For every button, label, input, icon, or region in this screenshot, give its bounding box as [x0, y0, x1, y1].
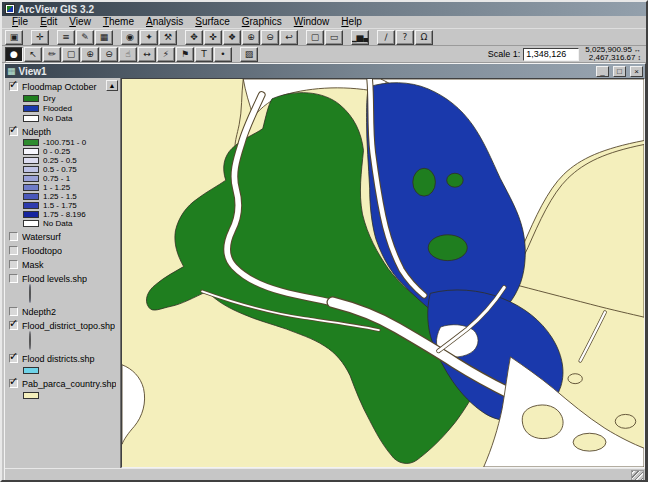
theme-name[interactable]: Floodtopo: [22, 246, 62, 256]
flood-map: [122, 79, 644, 467]
theme-name[interactable]: Flood_district_topo.shp: [22, 321, 115, 331]
dry-island: [447, 173, 463, 187]
legend-swatch: [23, 184, 39, 191]
add-theme-button[interactable]: ✛: [31, 30, 49, 45]
theme-checkbox[interactable]: [9, 246, 18, 255]
theme-checkbox[interactable]: ✓: [9, 321, 18, 330]
theme-ndepth2[interactable]: Ndepth2: [9, 306, 118, 317]
menubar: File Edit View Theme Analysis Surface Gr…: [2, 16, 646, 29]
menu-analysis[interactable]: Analysis: [140, 16, 189, 28]
app-title: ArcView GIS 3.2: [18, 4, 94, 15]
minimize-button[interactable]: _: [596, 66, 609, 77]
checkmark-icon: ✓: [9, 317, 18, 330]
clear-selection-button[interactable]: ▭: [325, 30, 343, 45]
save-project-button[interactable]: ▣: [5, 30, 23, 45]
theme-checkbox[interactable]: ✓: [9, 127, 18, 136]
theme-properties-button[interactable]: ≡: [57, 30, 75, 45]
toc-scroll-up-button[interactable]: ▲: [106, 80, 118, 91]
locate-address-button[interactable]: ✦: [140, 30, 158, 45]
theme-name[interactable]: Watersurf: [22, 232, 61, 242]
legend-swatch: [23, 220, 39, 227]
theme-checkbox[interactable]: [9, 260, 18, 269]
legend-label: No Data: [43, 219, 72, 228]
theme-floodtopo[interactable]: Floodtopo: [9, 245, 118, 256]
checkmark-icon: ✓: [9, 375, 18, 388]
theme-name[interactable]: Flood levels.shp: [22, 274, 87, 284]
theme-name[interactable]: Ndepth2: [22, 307, 56, 317]
menu-edit[interactable]: Edit: [34, 16, 63, 28]
vertex-edit-tool-button[interactable]: ✏: [43, 47, 61, 62]
zoom-previous-button[interactable]: ↩: [280, 30, 298, 45]
theme-floodmap-october[interactable]: ✓ Floodmap October Dry Flooded No Data: [9, 81, 118, 123]
label-tool-button[interactable]: ⚑: [176, 47, 194, 62]
checkmark-icon: ✓: [9, 78, 18, 91]
theme-checkbox[interactable]: [9, 307, 18, 316]
theme-checkbox[interactable]: ✓: [9, 354, 18, 363]
identify-tool-button[interactable]: ●: [5, 47, 23, 62]
theme-watersurf[interactable]: Watersurf: [9, 231, 118, 242]
legend-swatch: [23, 202, 39, 209]
view-titlebar[interactable]: ▦ View1 _ □ ×: [5, 64, 645, 78]
theme-name[interactable]: Floodmap October: [22, 82, 97, 92]
zoom-active-theme-button[interactable]: ✜: [204, 30, 222, 45]
theme-flood-district-topo[interactable]: ✓ Flood_district_topo.shp: [9, 320, 118, 350]
measure-tool-button[interactable]: ↔: [138, 47, 156, 62]
select-feature-tool-button[interactable]: ▢: [62, 47, 80, 62]
create-chart-button[interactable]: ▁▅▃: [351, 30, 369, 45]
draw-line-button[interactable]: ∕: [377, 30, 395, 45]
legend-swatch: [23, 392, 39, 399]
menu-surface[interactable]: Surface: [189, 16, 235, 28]
find-button[interactable]: ◉: [121, 30, 139, 45]
zoom-in-button[interactable]: ⊕: [242, 30, 260, 45]
theme-name[interactable]: Mask: [22, 260, 44, 270]
zoom-selected-button[interactable]: ❖: [223, 30, 241, 45]
legend-label: 0 - 0.25: [43, 147, 70, 156]
menu-help[interactable]: Help: [335, 16, 368, 28]
text-tool-button[interactable]: T: [195, 47, 213, 62]
customize-button[interactable]: Ω: [415, 30, 433, 45]
legend-swatch: [23, 95, 39, 102]
map-canvas[interactable]: [121, 78, 645, 468]
zoom-in-tool-button[interactable]: ⊕: [81, 47, 99, 62]
select-features-button[interactable]: ▢: [306, 30, 324, 45]
hotlink-tool-button[interactable]: ⚡: [157, 47, 175, 62]
draw-point-tool-button[interactable]: •: [214, 47, 232, 62]
zoom-out-tool-button[interactable]: ⊖: [100, 47, 118, 62]
y-coordinate: 2,467,316.67: [589, 54, 636, 62]
help-pointer-button[interactable]: ?: [396, 30, 414, 45]
view-icon: ▦: [7, 66, 16, 76]
scale-input[interactable]: [523, 48, 579, 61]
area-of-interest-tool-button[interactable]: ▨: [240, 47, 258, 62]
theme-pab-parca-country[interactable]: ✓ Pab_parca_country.shp: [9, 378, 118, 400]
theme-name[interactable]: Ndepth: [22, 127, 51, 137]
theme-flood-levels[interactable]: Flood levels.shp: [9, 273, 118, 303]
menu-file[interactable]: File: [6, 16, 34, 28]
menu-window[interactable]: Window: [288, 16, 336, 28]
pointer-tool-button[interactable]: ↖: [24, 47, 42, 62]
zoom-full-extent-button[interactable]: ✥: [185, 30, 203, 45]
theme-flood-districts[interactable]: ✓ Flood districts.shp: [9, 353, 118, 375]
theme-checkbox[interactable]: [9, 232, 18, 241]
menu-graphics[interactable]: Graphics: [236, 16, 288, 28]
theme-mask[interactable]: Mask: [9, 259, 118, 270]
zoom-out-button[interactable]: ⊖: [261, 30, 279, 45]
query-builder-button[interactable]: ⚒: [159, 30, 177, 45]
theme-checkbox[interactable]: [9, 274, 18, 283]
close-button[interactable]: ×: [630, 66, 643, 77]
resize-grip[interactable]: [631, 470, 644, 481]
menu-theme[interactable]: Theme: [97, 16, 140, 28]
maximize-button[interactable]: □: [613, 66, 626, 77]
legend-label: 0.5 - 0.75: [43, 165, 77, 174]
app-titlebar: ArcView GIS 3.2: [2, 2, 646, 16]
edit-legend-button[interactable]: ✎: [76, 30, 94, 45]
menu-view[interactable]: View: [63, 16, 97, 28]
theme-ndepth[interactable]: ✓ Ndepth -100.751 - 0 0 - 0.25 0.25 - 0.…: [9, 126, 118, 228]
arcview-logo-icon: [5, 4, 15, 14]
open-theme-table-button[interactable]: ▦: [95, 30, 113, 45]
pan-tool-button[interactable]: ☝: [119, 47, 137, 62]
point-symbol: [29, 284, 31, 303]
theme-checkbox[interactable]: ✓: [9, 379, 18, 388]
theme-name[interactable]: Flood districts.shp: [22, 354, 95, 364]
theme-checkbox[interactable]: ✓: [9, 82, 18, 91]
theme-name[interactable]: Pab_parca_country.shp: [22, 379, 116, 389]
